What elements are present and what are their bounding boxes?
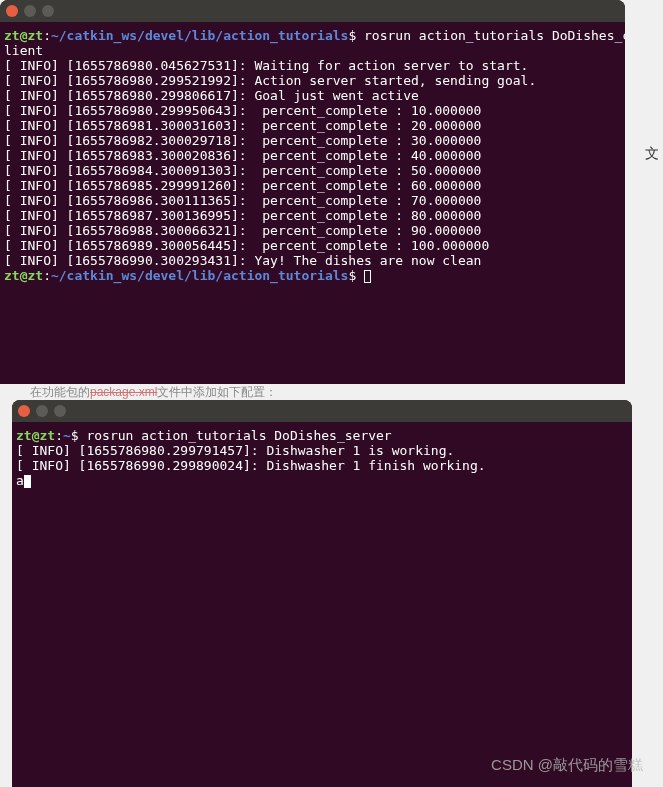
output-line: [ INFO] [1655786981.300031603]: percent_… <box>4 118 481 133</box>
prompt-sep: : <box>43 28 51 43</box>
command-text: rosrun action_tutorials DoDishes_server <box>86 428 391 443</box>
cursor-icon <box>364 270 371 283</box>
prompt-dollar: $ <box>348 268 356 283</box>
titlebar[interactable] <box>12 400 632 422</box>
output-line: [ INFO] [1655786990.299890024]: Dishwash… <box>16 458 486 473</box>
edge-char: 文 <box>645 145 659 163</box>
prompt-user: zt@zt <box>4 268 43 283</box>
bg-prefix: 在功能包的 <box>30 385 90 399</box>
prompt-path: ~/catkin_ws/devel/lib/action_tutorials <box>51 268 348 283</box>
prompt-sep: : <box>55 428 63 443</box>
output-line: [ INFO] [1655786983.300020836]: percent_… <box>4 148 481 163</box>
output-line: [ INFO] [1655786980.299521992]: Action s… <box>4 73 536 88</box>
command-wrap: lient <box>4 43 43 58</box>
output-line: [ INFO] [1655786982.300029718]: percent_… <box>4 133 481 148</box>
output-line: [ INFO] [1655786980.299806617]: Goal jus… <box>4 88 419 103</box>
cursor-icon <box>24 475 31 488</box>
titlebar[interactable] <box>0 0 625 22</box>
output-line: [ INFO] [1655786980.299950643]: percent_… <box>4 103 481 118</box>
output-line: [ INFO] [1655786988.300066321]: percent_… <box>4 223 481 238</box>
watermark: CSDN @敲代码的雪糕 <box>491 756 643 775</box>
prompt-dollar: $ <box>348 28 356 43</box>
prompt-sep: : <box>43 268 51 283</box>
minimize-icon[interactable] <box>36 405 48 417</box>
terminal-window-client: zt@zt:~/catkin_ws/devel/lib/action_tutor… <box>0 0 625 384</box>
input-char: a <box>16 473 24 488</box>
output-line: [ INFO] [1655786984.300091303]: percent_… <box>4 163 481 178</box>
output-line: [ INFO] [1655786980.299791457]: Dishwash… <box>16 443 454 458</box>
prompt-path: ~ <box>63 428 71 443</box>
output-line: [ INFO] [1655786987.300136995]: percent_… <box>4 208 481 223</box>
output-line: [ INFO] [1655786980.045627531]: Waiting … <box>4 58 528 73</box>
maximize-icon[interactable] <box>42 5 54 17</box>
output-line: [ INFO] [1655786985.299991260]: percent_… <box>4 178 481 193</box>
terminal-body-client[interactable]: zt@zt:~/catkin_ws/devel/lib/action_tutor… <box>0 22 625 289</box>
bg-suffix: 文件中添加如下配置： <box>157 385 277 399</box>
prompt-dollar: $ <box>71 428 79 443</box>
command-text: rosrun action_tutorials DoDishes_c <box>364 28 625 43</box>
prompt-path: ~/catkin_ws/devel/lib/action_tutorials <box>51 28 348 43</box>
output-line: [ INFO] [1655786989.300056445]: percent_… <box>4 238 489 253</box>
output-line: [ INFO] [1655786990.300293431]: Yay! The… <box>4 253 481 268</box>
minimize-icon[interactable] <box>24 5 36 17</box>
output-line: [ INFO] [1655786986.300111365]: percent_… <box>4 193 481 208</box>
terminal-window-server: zt@zt:~$ rosrun action_tutorials DoDishe… <box>12 400 632 787</box>
prompt-user: zt@zt <box>16 428 55 443</box>
bg-link: package.xml <box>90 385 157 399</box>
prompt-user: zt@zt <box>4 28 43 43</box>
background-text: 在功能包的package.xml文件中添加如下配置： <box>0 384 663 400</box>
close-icon[interactable] <box>18 405 30 417</box>
maximize-icon[interactable] <box>54 405 66 417</box>
terminal-body-server[interactable]: zt@zt:~$ rosrun action_tutorials DoDishe… <box>12 422 632 494</box>
close-icon[interactable] <box>6 5 18 17</box>
